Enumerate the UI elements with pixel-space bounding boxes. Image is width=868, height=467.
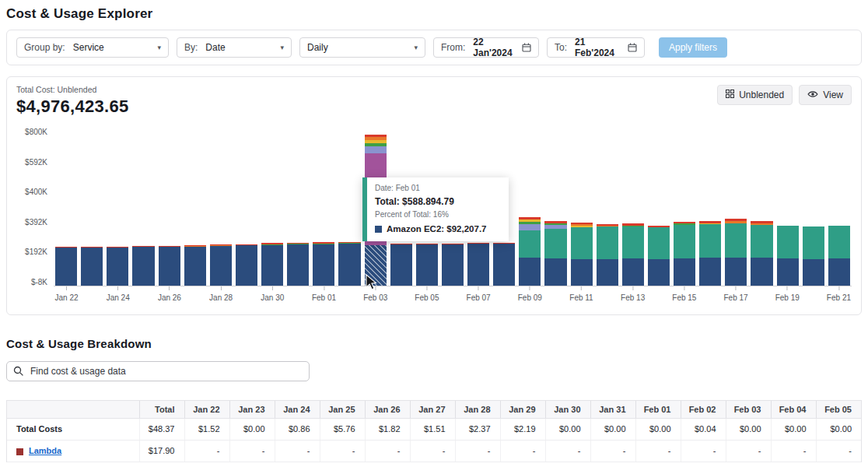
total-cost-value: $4,976,423.65 [16,97,129,117]
bar-jan-22[interactable] [55,128,77,286]
col-header: Jan 31 [590,401,635,418]
table-cell: $0.00 [229,418,275,440]
y-tick-label: $392K [25,218,47,226]
col-header: Feb 05 [816,401,861,418]
search-box [6,361,310,381]
bar-segment-teal [519,230,541,258]
bar-segment-red [442,244,464,244]
bar-segment-teal [544,229,566,258]
bar-feb-01[interactable] [313,128,334,286]
bar-segment-ec2 [261,245,283,286]
from-date-picker[interactable]: From: 22 Jan'2024 [433,37,539,58]
bar-segment-red [313,242,334,243]
bar-feb-17[interactable] [725,128,747,286]
bar-feb-18[interactable] [751,128,772,286]
group-by-select[interactable]: Group by: Service ▾ [16,37,169,58]
apply-filters-button[interactable]: Apply filters [659,37,727,58]
chart-header: Total Cost: Unblended $4,976,423.65 Unbl… [16,85,852,117]
bar-segment-ec2 [416,244,438,286]
bar-segment-yellow [519,219,541,222]
chevron-down-icon: ▾ [280,44,284,51]
unblended-button[interactable]: Unblended [717,85,793,105]
bar-jan-30[interactable] [261,128,283,286]
bar-segment-red [544,221,566,223]
total-cost-block: Total Cost: Unblended $4,976,423.65 [16,85,129,117]
x-tick-jan-24: Jan 24 [107,286,130,302]
by-select[interactable]: By: Date ▾ [177,37,292,58]
grid-icon [726,90,734,100]
bar-segment-ec2 [159,247,180,286]
view-button[interactable]: View [799,85,852,105]
bar-feb-16[interactable] [699,128,721,286]
bar-segment-orange [725,221,747,223]
bar-segment-ec2 [725,258,747,286]
bar-feb-15[interactable] [674,128,695,286]
bar-segment-red [338,242,360,243]
bar-segment-ec2 [184,246,206,286]
service-link[interactable]: Lambda [29,446,61,455]
bar-segment-teal [699,224,721,258]
bar-jan-26[interactable] [159,128,180,286]
bar-feb-20[interactable] [803,128,824,286]
bar-feb-02[interactable] [338,128,360,286]
bar-segment-orange [751,223,772,225]
bar-feb-13[interactable] [622,128,644,286]
tooltip-percent: Percent of Total: 16% [375,210,501,219]
bar-segment-teal [803,226,824,258]
bar-jan-23[interactable] [81,128,103,286]
to-date-value: 21 Feb'2024 [575,37,620,58]
table-row-total-costs: Total Costs$48.37$1.52$0.00$0.86$5.76$1.… [7,418,861,440]
bar-segment-red [751,221,772,223]
bar-segment-green [261,244,283,245]
group-by-value: Service [73,42,104,53]
bar-jan-27[interactable] [184,128,206,286]
bar-jan-25[interactable] [132,128,154,286]
bar-segment-red [390,244,412,244]
bar-jan-31[interactable] [287,128,309,286]
bar-segment-ec2 [107,248,128,286]
bar-jan-24[interactable] [107,128,128,286]
table-cell: - [275,440,320,462]
bar-feb-14[interactable] [648,128,670,286]
bar-segment-ec2 [544,258,566,286]
bar-segment-green [622,226,644,227]
bar-segment-teal [674,225,695,258]
x-tick-feb-03: Feb 03 [363,286,387,302]
bar-segment-red [597,224,618,226]
filter-bar: Group by: Service ▾ By: Date ▾ Daily ▾ F… [6,30,862,65]
tooltip-item: Amazon EC2: $92,207.7 [375,224,501,234]
search-input[interactable] [6,361,310,381]
from-label: From: [441,42,465,53]
granularity-select[interactable]: Daily ▾ [299,37,425,58]
bar-feb-11[interactable] [571,128,593,286]
table-cell: $0.00 [590,418,635,440]
breakdown-table-card: TotalJan 22Jan 23Jan 24Jan 25Jan 26Jan 2… [6,400,862,462]
to-date-picker[interactable]: To: 21 Feb'2024 [547,37,645,58]
ec2-color-swatch [375,226,382,233]
bar-jan-29[interactable] [236,128,257,286]
bar-feb-09[interactable] [519,128,541,286]
table-cell: $0.00 [635,418,681,440]
y-tick-label: $400K [25,188,47,196]
bar-jan-28[interactable] [210,128,232,286]
bar-segment-teal [622,226,644,258]
bar-feb-12[interactable] [597,128,618,286]
bar-segment-red [467,243,489,244]
to-label: To: [555,42,567,53]
table-cell: - [590,440,635,462]
bar-feb-19[interactable] [777,128,799,286]
table-cell: - [229,440,275,462]
col-header: Feb 01 [635,401,681,418]
chart-card: Total Cost: Unblended $4,976,423.65 Unbl… [6,76,862,315]
bar-segment-teal [648,227,670,258]
chevron-down-icon: ▾ [157,44,161,51]
bar-segment-green [519,222,541,225]
bar-segment-orange [184,246,206,247]
bar-segment-ec2 [467,244,489,286]
table-header-row: TotalJan 22Jan 23Jan 24Jan 25Jan 26Jan 2… [7,401,861,418]
bar-feb-21[interactable] [828,128,850,286]
x-tick-feb-07: Feb 07 [467,286,491,302]
bar-feb-10[interactable] [544,128,566,286]
bar-segment-green [338,243,360,244]
bar-segment-red [107,247,128,248]
